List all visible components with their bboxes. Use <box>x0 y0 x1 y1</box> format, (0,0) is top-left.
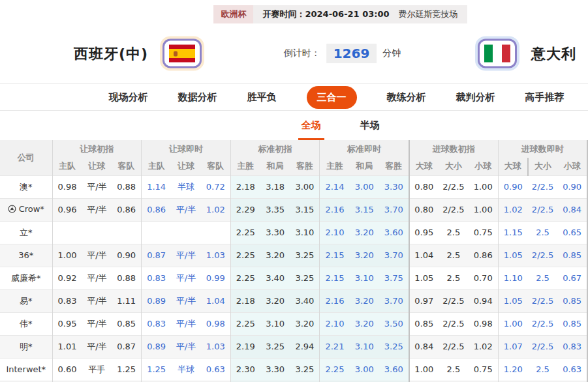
nav-item-coach-analysis[interactable]: 教练分析 <box>387 91 426 104</box>
odds-cell: 2.21 <box>320 335 350 358</box>
column-group-header: 标准初指 <box>230 140 320 158</box>
countdown-label: 倒计时： <box>284 48 320 59</box>
odds-cell: 3.70 <box>379 198 409 221</box>
tab-half-time[interactable]: 半场 <box>357 119 383 140</box>
odds-cell: 2/2.5 <box>439 312 469 335</box>
odds-cell: 2/2.5 <box>528 175 558 198</box>
odds-cell <box>52 221 82 244</box>
kickoff-time: 开赛时间：2024-06-21 03:00 <box>253 5 394 23</box>
odds-cell: 0.97 <box>409 289 439 312</box>
odds-cell: 1.00 <box>469 198 499 221</box>
column-sub-header: 让球 <box>171 158 201 175</box>
odds-cell: 1.14 <box>142 175 172 198</box>
odds-cell: 半球 <box>171 358 201 381</box>
column-sub-header: 大球 <box>498 158 528 175</box>
odds-cell: 2.94 <box>290 335 320 358</box>
odds-cell: 0.87 <box>112 335 142 358</box>
bookmaker-name[interactable]: 明* <box>0 335 52 358</box>
odds-cell: 0.70 <box>469 267 499 289</box>
odds-cell: 3.00 <box>290 175 320 198</box>
odds-cell: 2.16 <box>320 289 350 312</box>
bookmaker-name[interactable]: 易* <box>0 289 52 312</box>
odds-cell: 3.25 <box>290 267 320 289</box>
odds-cell: 0.89 <box>142 289 172 312</box>
odds-cell: 2.29 <box>230 198 260 221</box>
odds-cell: 1.02 <box>498 198 528 221</box>
nav-item-referee-analysis[interactable]: 裁判分析 <box>456 91 495 104</box>
odds-cell: 0.92 <box>52 267 82 289</box>
soccer-ball-icon <box>8 205 16 215</box>
column-sub-header: 和局 <box>349 158 379 175</box>
odds-cell: 1.05 <box>498 289 528 312</box>
bookmaker-name[interactable]: 威廉希* <box>0 267 52 289</box>
odds-cell: 2.25 <box>230 244 260 267</box>
nav-item-win-draw-lose[interactable]: 胜平负 <box>247 91 277 104</box>
odds-cell: 0.88 <box>112 175 142 198</box>
odds-cell: 2.18 <box>230 175 260 198</box>
odds-cell: 0.83 <box>142 312 172 335</box>
odds-cell: 2.16 <box>320 198 350 221</box>
odds-cell: 2.25 <box>230 312 260 335</box>
odds-cell: 1.04 <box>201 289 231 312</box>
column-sub-header: 客胜 <box>290 158 320 175</box>
odds-cell: 平/半 <box>171 267 201 289</box>
odds-cell: 1.03 <box>201 244 231 267</box>
odds-cell: 1.03 <box>201 335 231 358</box>
nav-item-expert-picks[interactable]: 高手推荐 <box>525 91 565 104</box>
odds-cell: 3.20 <box>349 221 379 244</box>
bookmaker-name[interactable]: 澳* <box>0 175 52 198</box>
odds-cell: 0.83 <box>142 267 172 289</box>
odds-cell: 平/半 <box>171 289 201 312</box>
odds-cell: 2/2.5 <box>528 198 558 221</box>
odds-cell: 0.89 <box>142 335 172 358</box>
odds-cell: 0.86 <box>469 244 499 267</box>
odds-cell: 3.18 <box>260 175 290 198</box>
odds-cell: 0.85 <box>409 312 439 335</box>
odds-cell: 0.94 <box>469 289 499 312</box>
odds-cell <box>201 221 231 244</box>
odds-cell: 0.83 <box>557 335 587 358</box>
odds-cell: 3.40 <box>290 289 320 312</box>
odds-cell: 平/半 <box>82 289 112 312</box>
tab-full-time[interactable]: 全场 <box>298 119 324 140</box>
away-flag-frame <box>475 37 519 71</box>
bookmaker-name[interactable]: 36* <box>0 244 52 267</box>
odds-cell: 1.07 <box>498 335 528 358</box>
bookmaker-name[interactable]: Crow* <box>0 198 52 221</box>
odds-cell: 平/半 <box>171 198 201 221</box>
odds-cell: 2.14 <box>320 175 350 198</box>
bookmaker-name[interactable]: 伟* <box>0 312 52 335</box>
nav-item-scene-analysis[interactable]: 现场分析 <box>109 91 148 104</box>
odds-cell: 平/半 <box>82 244 112 267</box>
odds-cell: 1.15 <box>498 221 528 244</box>
odds-cell: 0.80 <box>409 175 439 198</box>
odds-cell: 3.60 <box>379 221 409 244</box>
nav-item-data-analysis[interactable]: 数据分析 <box>178 91 217 104</box>
column-sub-header: 主队 <box>142 158 172 175</box>
odds-cell: 3.10 <box>290 221 320 244</box>
home-flag-box <box>162 39 202 68</box>
odds-cell: 3.40 <box>260 267 290 289</box>
odds-cell: 0.98 <box>52 175 82 198</box>
column-sub-header: 大小 <box>439 158 469 175</box>
odds-cell: 2/2.5 <box>439 289 469 312</box>
odds-cell: 0.90 <box>557 175 587 198</box>
nav-item-three-in-one[interactable]: 三合一 <box>307 86 357 109</box>
countdown-unit: 分钟 <box>382 48 401 59</box>
countdown-value: 1269 <box>326 44 377 63</box>
bookmaker-name[interactable]: Interwet* <box>0 358 52 381</box>
column-sub-header: 大球 <box>409 158 439 175</box>
odds-cell: 3.30 <box>260 221 290 244</box>
odds-cell: 2.5 <box>528 267 558 289</box>
odds-cell <box>142 221 172 244</box>
odds-cell: 0.75 <box>469 221 499 244</box>
odds-cell: 0.85 <box>557 244 587 267</box>
bookmaker-name[interactable]: 立* <box>0 221 52 244</box>
home-team-name: 西班牙(中) <box>74 44 148 63</box>
venue-name: 费尔廷斯竞技场 <box>395 5 467 23</box>
odds-cell: 3.25 <box>379 335 409 358</box>
column-sub-header: 主胜 <box>230 158 260 175</box>
odds-cell: 2.19 <box>230 335 260 358</box>
odds-cell: 0.63 <box>557 358 587 381</box>
odds-cell: 1.00 <box>409 358 439 381</box>
